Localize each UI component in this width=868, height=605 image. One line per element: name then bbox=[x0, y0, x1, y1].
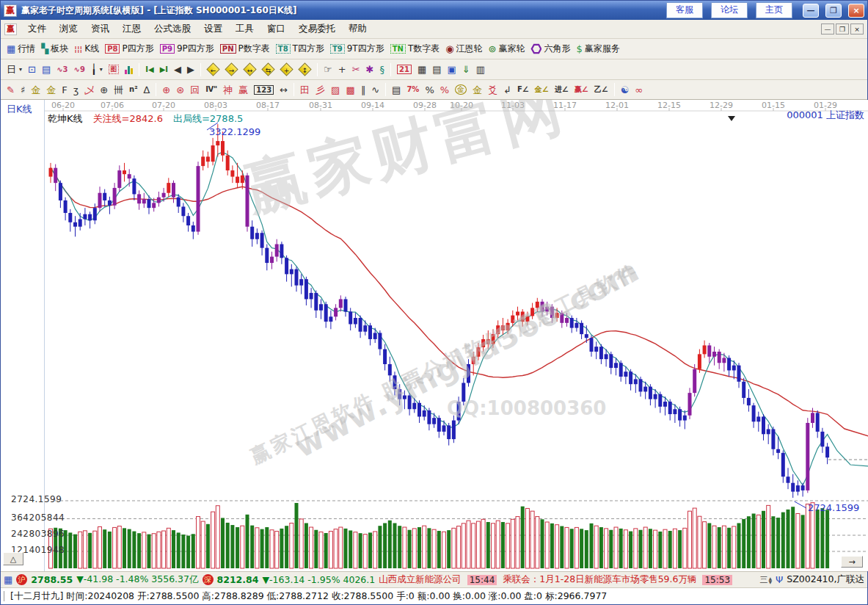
parallel-lines-tool[interactable]: ∥ bbox=[358, 84, 369, 96]
print-icon[interactable]: ▥ bbox=[473, 63, 488, 76]
fan-rays-tool[interactable]: 彡 bbox=[313, 84, 328, 96]
customer-service-button[interactable]: 客服 bbox=[666, 2, 703, 18]
gold-line-tool[interactable]: 金 bbox=[470, 84, 485, 96]
gold-band-tool[interactable]: 金 bbox=[43, 84, 59, 96]
spinner-arrows[interactable]: ▲▼ bbox=[768, 576, 772, 584]
brush-tool[interactable]: 乄 bbox=[81, 84, 97, 96]
news-item-1[interactable]: 山西成立新能源公司 bbox=[379, 573, 462, 586]
price-volume-chart[interactable] bbox=[1, 100, 868, 571]
next-bar-button[interactable]: ▶ bbox=[184, 63, 197, 76]
crosshair-tool-button[interactable]: + bbox=[335, 63, 349, 76]
target-grid-tool[interactable]: 回 bbox=[187, 84, 203, 96]
jin-angle-tool[interactable]: 进∠ bbox=[552, 84, 572, 95]
menu-item-7[interactable]: 窗口 bbox=[260, 21, 292, 37]
gann-compass-tool[interactable]: ⊕ bbox=[159, 84, 173, 96]
menu-item-6[interactable]: 工具 bbox=[229, 21, 260, 37]
fib-lines-tool[interactable]: F bbox=[59, 84, 70, 96]
diamond-all-button[interactable]: ↕ bbox=[296, 63, 314, 76]
calendar-icon[interactable]: 21 bbox=[394, 63, 415, 76]
expand-panel-button[interactable]: △ bbox=[3, 552, 23, 565]
gold-section-tool[interactable]: 金 bbox=[28, 84, 43, 96]
prev-bar-button[interactable]: ◀ bbox=[171, 63, 184, 76]
percent-line-tool[interactable]: % bbox=[437, 84, 452, 96]
news-ticker[interactable]: 山西成立新能源公司 15:44 乘联会：1月1-28日新能源车市场零售59.6万… bbox=[379, 573, 756, 586]
gann-wheel-button[interactable]: ◉江恩轮 bbox=[442, 41, 485, 57]
percent-7-tool[interactable]: 7% bbox=[404, 84, 422, 95]
quote-table-icon[interactable]: ▦ bbox=[4, 574, 12, 585]
menu-item-3[interactable]: 江恩 bbox=[116, 21, 147, 37]
f-angle-tool[interactable]: F∠ bbox=[514, 84, 532, 95]
menu-item-4[interactable]: 公式选股 bbox=[147, 21, 197, 37]
kline-button[interactable]: ¦¦¦K线 bbox=[71, 41, 102, 57]
yi-angle-tool[interactable]: 乙∠ bbox=[591, 84, 611, 95]
first-bar-button[interactable]: Ⅰ◀ bbox=[142, 65, 156, 75]
child-minimize-button[interactable]: — bbox=[821, 23, 834, 35]
t-square-button[interactable]: T8T四方形 bbox=[273, 41, 327, 57]
frame-grid-tool[interactable]: 田 bbox=[297, 84, 313, 96]
mirror-angle-tool[interactable]: ∆ bbox=[141, 84, 153, 96]
pen-tool[interactable]: ✎ bbox=[4, 84, 18, 96]
news-item-2[interactable]: 乘联会：1月1-28日新能源车市场零售59.6万辆 bbox=[503, 573, 696, 586]
p-square-button[interactable]: P8P四方形 bbox=[102, 41, 157, 57]
hand-tool-button[interactable]: ☞ bbox=[321, 63, 335, 76]
diamond-lr-button[interactable]: ↔ bbox=[241, 63, 259, 76]
yingjia-tool[interactable]: 赢 bbox=[236, 84, 251, 96]
shaded-box-tool[interactable]: ▨ bbox=[328, 84, 343, 96]
diamond-zoom-button[interactable]: + bbox=[277, 63, 296, 76]
hatch-tool[interactable]: ♯ bbox=[18, 84, 28, 96]
info-panel-icon[interactable]: ▤ bbox=[39, 63, 54, 76]
diamond-swap-button[interactable]: ⇆ bbox=[259, 63, 277, 76]
mark-tool-button[interactable]: ✱ bbox=[363, 63, 377, 76]
last-bar-button[interactable]: ▶Ⅰ bbox=[157, 65, 171, 75]
ruler-grid-tool[interactable]: 卌 bbox=[111, 84, 126, 96]
calculator-icon[interactable]: ▦ bbox=[415, 63, 429, 76]
circle-grid-tool[interactable]: ⊕ bbox=[97, 84, 111, 96]
menu-item-0[interactable]: 文件 bbox=[21, 21, 53, 37]
menu-item-5[interactable]: 设置 bbox=[197, 21, 229, 37]
grid-box-tool[interactable]: ▩ bbox=[343, 84, 357, 96]
winner-service-button[interactable]: $赢家服务 bbox=[573, 41, 622, 57]
menu-item-9[interactable]: 帮助 bbox=[342, 21, 373, 37]
close-button[interactable]: × bbox=[848, 4, 864, 18]
cascade-windows-icon[interactable]: ⊡ bbox=[25, 63, 39, 76]
measure-table-tool[interactable]: ▤ bbox=[389, 84, 404, 96]
gann-star-tool[interactable]: ⊛ bbox=[173, 84, 187, 96]
ticker-speed-spinner[interactable]: 三 ▲▼ bbox=[759, 574, 772, 585]
menu-item-1[interactable]: 浏览 bbox=[53, 21, 84, 37]
j-angle-tool[interactable]: ↲ bbox=[500, 84, 514, 96]
sectors-button[interactable]: ▚板块 bbox=[38, 41, 71, 57]
gold-circle-tool[interactable]: 金 bbox=[452, 83, 470, 96]
infinity-icon[interactable]: ∞ bbox=[632, 84, 646, 96]
diamond-right-button[interactable]: → bbox=[222, 63, 241, 76]
gold-angle-tool[interactable]: 金∠ bbox=[532, 84, 552, 95]
spiral-tool[interactable]: ʒ bbox=[70, 84, 82, 96]
pattern-box-icon[interactable]: 图 bbox=[106, 63, 123, 76]
pattern-tool-button[interactable]: § bbox=[376, 63, 387, 76]
kline-3-icon[interactable]: ∿3 bbox=[54, 65, 70, 75]
quotes-button[interactable]: ▦行情 bbox=[4, 41, 38, 57]
ying-angle-tool[interactable]: 赢∠ bbox=[572, 84, 591, 95]
diamond-left-button[interactable]: ← bbox=[204, 63, 222, 76]
n2-tool[interactable]: n² bbox=[126, 84, 141, 95]
hexagon-button[interactable]: 六角形 bbox=[528, 41, 573, 57]
save-icon[interactable]: ▣ bbox=[444, 63, 459, 76]
kline-period-button[interactable]: 日▾ bbox=[4, 63, 25, 76]
menu-item-2[interactable]: 资讯 bbox=[84, 21, 116, 37]
notes-icon[interactable]: ▤ bbox=[429, 63, 444, 76]
wave-tool[interactable]: ∿ bbox=[368, 84, 382, 96]
export-icon[interactable]: ⇓ bbox=[459, 63, 473, 76]
yinyang-icon[interactable]: ☯ bbox=[618, 84, 632, 96]
p-number-button[interactable]: PNP数字表 bbox=[217, 41, 273, 57]
width-measure-tool[interactable]: ↔ bbox=[277, 84, 291, 96]
child-restore-button[interactable]: ❐ bbox=[836, 23, 849, 35]
t-number-button[interactable]: TNT数字表 bbox=[387, 41, 443, 57]
p9-square-button[interactable]: P99P四方形 bbox=[157, 41, 217, 57]
candle-style-button[interactable]: ╽▾ bbox=[88, 63, 106, 76]
winner-wheel-button[interactable]: ⊚赢家轮 bbox=[486, 41, 528, 57]
t9-square-button[interactable]: T99T四方形 bbox=[327, 41, 387, 57]
minimize-button[interactable]: — bbox=[803, 4, 819, 18]
forum-button[interactable]: 论坛 bbox=[711, 2, 748, 18]
shen-tool[interactable]: 神 bbox=[220, 84, 236, 96]
child-close-button[interactable]: × bbox=[850, 23, 864, 35]
scroll-right-button[interactable]: → bbox=[841, 556, 863, 568]
